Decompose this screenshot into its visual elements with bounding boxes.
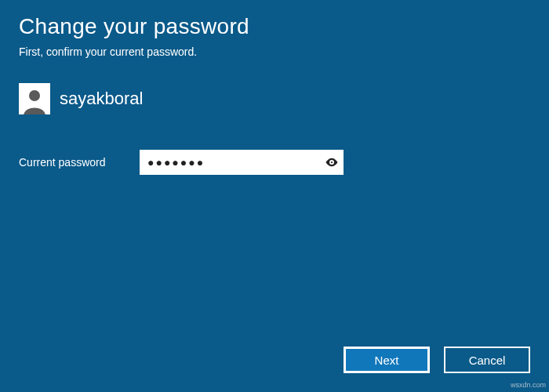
watermark: wsxdn.com xyxy=(511,381,546,389)
username: sayakboral xyxy=(60,89,143,109)
current-password-row: Current password xyxy=(19,150,530,175)
avatar xyxy=(19,83,50,114)
user-icon xyxy=(20,86,49,114)
current-password-input[interactable] xyxy=(140,150,320,175)
svg-point-0 xyxy=(29,90,40,101)
next-button[interactable]: Next xyxy=(344,347,430,373)
user-row: sayakboral xyxy=(19,83,530,114)
current-password-label: Current password xyxy=(19,156,121,169)
cancel-button[interactable]: Cancel xyxy=(444,347,530,373)
page-subtitle: First, confirm your current password. xyxy=(19,45,530,58)
reveal-password-button[interactable] xyxy=(320,150,344,175)
password-input-wrapper[interactable] xyxy=(140,150,344,175)
page-title: Change your password xyxy=(19,14,530,39)
eye-icon xyxy=(325,155,339,169)
action-buttons: Next Cancel xyxy=(344,347,530,373)
